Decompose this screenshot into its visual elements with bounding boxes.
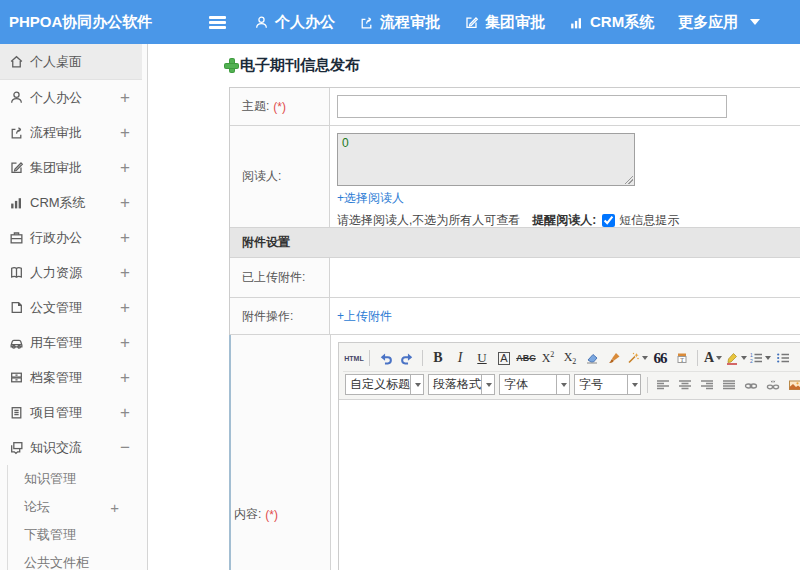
subscript-button[interactable]: X2 (560, 348, 580, 368)
choose-readers-link[interactable]: +选择阅读人 (337, 190, 800, 207)
share-icon (359, 15, 374, 30)
underline-button[interactable]: U (472, 348, 492, 368)
sidebar-item-label: CRM系统 (30, 194, 86, 212)
custom-heading-select[interactable]: 自定义标题 (345, 374, 424, 395)
sidebar-item-label: 人力资源 (30, 264, 82, 282)
expand-icon[interactable]: + (120, 333, 130, 353)
expand-icon[interactable]: + (120, 228, 130, 248)
redo-button[interactable] (397, 348, 417, 368)
sidebar-subitem-label: 公共文件柜 (24, 554, 89, 570)
sidebar-item-archive-management[interactable]: 档案管理+ (0, 360, 147, 395)
sidebar-item-crm-system[interactable]: CRM系统+ (0, 185, 147, 220)
sidebar-item-vehicle-management[interactable]: 用车管理+ (0, 325, 147, 360)
chat-icon (8, 440, 24, 456)
ordered-list-button[interactable]: 12 (749, 348, 771, 368)
topnav-item-more-apps[interactable]: 更多应用 (678, 13, 760, 32)
sidebar-subitem-forum[interactable]: 论坛+ (8, 493, 147, 521)
superscript-button[interactable]: X2 (538, 348, 558, 368)
sidebar-item-admin-office[interactable]: 行政办公+ (0, 220, 147, 255)
sidebar-subitem-label: 知识管理 (24, 470, 76, 488)
sms-notify-checkbox[interactable] (602, 214, 615, 227)
bold-button[interactable]: B (428, 348, 448, 368)
blockquote-button[interactable]: 66 (650, 348, 670, 368)
upload-attachment-link[interactable]: +上传附件 (337, 308, 392, 325)
magic-wand-button[interactable] (626, 348, 648, 368)
topnav-label: 集团审批 (485, 13, 545, 32)
rich-text-editor: HTMLBIUAABCX2X266TA12 自定义标题段落格式字体字号 (338, 342, 800, 570)
readers-label: 阅读人: (230, 126, 330, 227)
remove-link-icon (766, 378, 780, 392)
topnav-label: 个人办公 (275, 13, 335, 32)
dropdown-arrow-icon[interactable] (557, 374, 570, 395)
ordered-list-icon: 12 (749, 351, 763, 365)
expand-icon[interactable]: + (120, 368, 130, 388)
collapse-icon[interactable]: − (120, 438, 130, 458)
expand-icon[interactable]: + (120, 263, 130, 283)
strikethrough-button[interactable]: ABC (516, 348, 536, 368)
sidebar-subitem-knowledge-management[interactable]: 知识管理 (8, 465, 147, 493)
sidebar-item-project-management[interactable]: 项目管理+ (0, 395, 147, 430)
insert-link-button[interactable] (741, 375, 761, 395)
eraser-button[interactable] (582, 348, 602, 368)
align-right-button[interactable] (697, 375, 717, 395)
sidebar-subitem-public-file-cabinet[interactable]: 公共文件柜 (8, 549, 147, 570)
font-style-box-button[interactable]: A (494, 348, 514, 368)
topnav-item-crm-system[interactable]: CRM系统 (569, 13, 654, 32)
topnav-item-personal-office[interactable]: 个人办公 (254, 13, 335, 32)
italic-button[interactable]: I (450, 348, 470, 368)
edit-icon (464, 15, 479, 30)
align-justify-icon (722, 378, 736, 392)
editor-content-area[interactable] (339, 400, 800, 570)
dropdown-arrow-icon[interactable] (482, 374, 495, 395)
dropdown-arrow-icon (741, 356, 747, 360)
sidebar-item-group-approval[interactable]: 集团审批+ (0, 150, 147, 185)
format-brush-button[interactable] (604, 348, 624, 368)
chart-icon (569, 15, 584, 30)
paste-as-text-button[interactable]: T (672, 348, 692, 368)
topnav-item-workflow-approval[interactable]: 流程审批 (359, 13, 440, 32)
sidebar-item-label: 行政办公 (30, 229, 82, 247)
font-color-button[interactable]: A (703, 348, 723, 368)
paragraph-format-select[interactable]: 段落格式 (428, 374, 495, 395)
sidebar-item-personal-office[interactable]: 个人办公+ (0, 80, 147, 115)
expand-icon[interactable]: + (120, 193, 130, 213)
expand-icon[interactable]: + (110, 499, 119, 516)
source-code-button[interactable]: HTML (344, 348, 364, 368)
car-icon (8, 335, 24, 351)
readers-textarea[interactable]: 0 (337, 133, 635, 186)
expand-icon[interactable]: + (120, 88, 130, 108)
expand-icon[interactable]: + (120, 403, 130, 423)
dropdown-arrow-icon[interactable] (411, 374, 424, 395)
align-justify-button[interactable] (719, 375, 739, 395)
unordered-list-button[interactable] (773, 348, 793, 368)
hamburger-menu-icon[interactable] (209, 16, 226, 29)
expand-icon[interactable]: + (120, 123, 130, 143)
submenu-knowledge-exchange: 知识管理论坛+下载管理公共文件柜 (7, 465, 147, 570)
subject-input[interactable] (337, 95, 727, 118)
font-size-select[interactable]: 字号 (574, 374, 641, 395)
sidebar-item-knowledge-exchange[interactable]: 知识交流− (0, 430, 147, 465)
sidebar-item-human-resources[interactable]: 人力资源+ (0, 255, 147, 290)
sidebar: 个人桌面个人办公+流程审批+集团审批+CRM系统+行政办公+人力资源+公文管理+… (0, 44, 148, 570)
font-family-select[interactable]: 字体 (499, 374, 570, 395)
resize-handle-icon[interactable] (624, 175, 633, 184)
topnav-item-group-approval[interactable]: 集团审批 (464, 13, 545, 32)
sidebar-item-personal-desktop[interactable]: 个人桌面 (0, 44, 142, 80)
align-center-button[interactable] (675, 375, 695, 395)
insert-image-button[interactable] (785, 375, 800, 395)
sidebar-item-label: 用车管理 (30, 334, 82, 352)
sidebar-subitem-download-management[interactable]: 下载管理 (8, 521, 147, 549)
dropdown-arrow-icon[interactable] (628, 374, 641, 395)
undo-button[interactable] (375, 348, 395, 368)
svg-text:2: 2 (750, 358, 753, 364)
expand-icon[interactable]: + (120, 158, 130, 178)
svg-text:1: 1 (750, 352, 753, 358)
font-style-box-icon: A (498, 352, 509, 365)
highlight-color-button[interactable] (725, 348, 747, 368)
sidebar-item-document-management[interactable]: 公文管理+ (0, 290, 147, 325)
expand-icon[interactable]: + (120, 298, 130, 318)
sidebar-item-workflow-approval[interactable]: 流程审批+ (0, 115, 147, 150)
align-left-button[interactable] (653, 375, 673, 395)
remove-link-button[interactable] (763, 375, 783, 395)
main-content: 电子期刊信息发布 主题:(*) 阅读人: 0 +选择阅读人 请选择阅读人,不选为… (149, 44, 800, 570)
